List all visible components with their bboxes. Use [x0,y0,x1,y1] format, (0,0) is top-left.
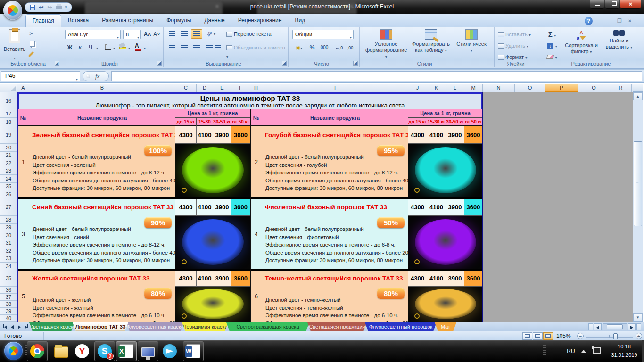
row-header-34[interactable]: 34 [0,263,17,270]
formula-input[interactable] [111,71,642,81]
taskbar-word-button[interactable] [183,341,204,361]
row-header-16[interactable]: 16 [0,92,17,109]
header-num[interactable]: № [250,109,262,126]
header-tier[interactable]: 15-30 кг [427,118,446,126]
row-header-38[interactable]: 38 [0,301,17,308]
sheet-tab-Мат[interactable]: Мат [435,322,456,331]
header-num[interactable]: № [17,109,29,126]
ribbon-tab-Формулы[interactable]: Формулы [160,14,198,27]
number-dialog-launcher[interactable]: ◢ [353,61,358,66]
row-header-19[interactable]: 19 [0,126,17,144]
italic-button[interactable]: К [75,43,85,52]
undo-icon[interactable]: ↩ [39,4,44,10]
qat-customize-icon[interactable]: ▾ [65,4,67,10]
grow-font-button[interactable]: A˄ [143,30,152,39]
price-cell[interactable]: 3900 [213,270,231,287]
bold-button[interactable]: Ж [65,43,74,52]
borders-dropdown-icon[interactable]: ▾ [113,46,115,50]
zoom-level[interactable]: 105% [556,331,571,341]
workbook-restore-button[interactable]: ❒ [615,18,624,25]
horizontal-scroll-thumb[interactable] [607,324,623,329]
number-format-select[interactable]: Общий▾ [292,30,354,39]
help-icon[interactable]: ? [585,17,593,25]
sheet-tab-Светящаяся продукция[interactable]: Светящаяся продукция [307,322,367,331]
scroll-up-button[interactable]: ▲ [633,92,643,100]
autosum-button[interactable]: Σ ▾ [545,30,559,39]
workbook-minimize-button[interactable]: ─ [605,18,613,25]
delete-cells-button[interactable]: Удалить ▾ [497,41,539,50]
column-header-M[interactable]: M [464,84,483,92]
fill-button[interactable]: ↓ ▾ [545,41,559,50]
column-header-Q[interactable]: Q [578,84,610,92]
percent-format-button[interactable]: % [307,43,317,52]
taskbar-telegram-button[interactable] [159,341,180,361]
row-header-29[interactable]: 29 [0,224,17,232]
minimize-button[interactable] [590,0,604,9]
align-center-button[interactable] [179,43,190,52]
row-header-31[interactable]: 31 [0,239,17,247]
product-name-link[interactable]: Голубой базовый светящийся порошок ТАТ 3… [265,126,405,144]
price-cell[interactable]: 3600 [464,270,483,287]
copy-icon[interactable] [30,41,35,47]
tab-split-handle[interactable] [636,323,641,330]
sheet-tab-Люминофор ТАТ 33[interactable]: Люминофор ТАТ 33 [73,322,128,331]
column-header-D[interactable]: D [197,84,213,92]
hscroll-left-button[interactable] [594,323,602,330]
price-cell[interactable]: 3900 [446,198,464,216]
font-size-select[interactable]: 8▾ [123,30,141,39]
column-header-J[interactable]: J [408,84,427,92]
shrink-font-button[interactable]: A˅ [152,30,161,39]
price-cell[interactable]: 4100 [427,198,446,216]
taskbar-explorer-button[interactable] [51,341,72,361]
wrap-text-button[interactable]: Перенос текста [224,29,281,39]
select-all-corner[interactable] [0,84,17,92]
column-header-K[interactable]: K [427,84,446,92]
align-top-button[interactable] [166,29,178,39]
product-name-link[interactable]: Фиолетовый базовый порошок ТАТ 33 [265,198,405,216]
price-cell[interactable]: 4300 [408,126,427,144]
ribbon-tab-Данные[interactable]: Данные [198,14,231,27]
price-cell[interactable]: 3900 [213,198,231,216]
underline-button[interactable]: Ч [86,43,95,52]
align-bottom-button[interactable] [191,29,202,39]
row-header-25[interactable]: 25 [0,183,17,191]
font-dialog-launcher[interactable]: ◢ [157,61,162,66]
row-header-35[interactable]: 35 [0,270,17,287]
row-header-28[interactable]: 28 [0,216,17,224]
font-color-icon[interactable]: А [135,42,141,51]
price-cell[interactable]: 3600 [464,198,483,216]
sort-filter-button[interactable]: АЯ Сортировка и фильтр ▾ [563,29,600,63]
product-cell[interactable]: Синий базовый светящийся порошок ТАТ 339… [29,198,175,270]
product-number[interactable]: 1 [17,126,29,198]
borders-icon[interactable] [105,44,111,50]
network-icon[interactable] [592,346,601,354]
column-header-L[interactable]: L [446,84,464,92]
product-cell[interactable]: Зеленый базовый светящийся порошок ТАТ 3… [29,126,175,198]
zoom-in-button[interactable]: + [636,333,642,339]
ribbon-tab-Вид[interactable]: Вид [288,14,312,27]
language-indicator[interactable]: RU [564,340,578,362]
product-number[interactable]: 5 [17,270,29,322]
vertical-scroll-thumb[interactable] [634,141,642,226]
page-break-view-button[interactable] [543,332,553,340]
header-product-name[interactable]: Название продукта [29,109,175,126]
taskbar-rdp-button[interactable] [138,341,158,361]
row-header-33[interactable]: 33 [0,255,17,263]
insert-cells-button[interactable]: Вставить ▾ [497,30,539,39]
product-number[interactable]: 3 [17,198,29,270]
fx-icon[interactable]: fx [95,73,99,80]
increase-indent-button[interactable] [214,43,222,52]
row-header-32[interactable]: 32 [0,247,17,255]
row-header-30[interactable]: 30 [0,231,17,239]
thousands-format-button[interactable]: 000 [318,43,331,52]
align-left-button[interactable] [166,43,178,52]
tab-split-handle[interactable] [588,323,593,330]
save-icon[interactable] [30,5,35,10]
product-name-link[interactable]: Желтый светящийся порошок ТАТ 33 [32,270,172,287]
header-tier[interactable]: до 15 кг [175,118,197,126]
product-cell[interactable]: Фиолетовый базовый порошок ТАТ 3350%Днев… [262,198,408,270]
sheet-tab-Невидимая краска[interactable]: Невидимая краска [182,322,228,331]
product-number[interactable]: 2 [250,126,262,198]
align-middle-button[interactable] [179,29,190,39]
product-number[interactable]: 4 [250,198,262,270]
